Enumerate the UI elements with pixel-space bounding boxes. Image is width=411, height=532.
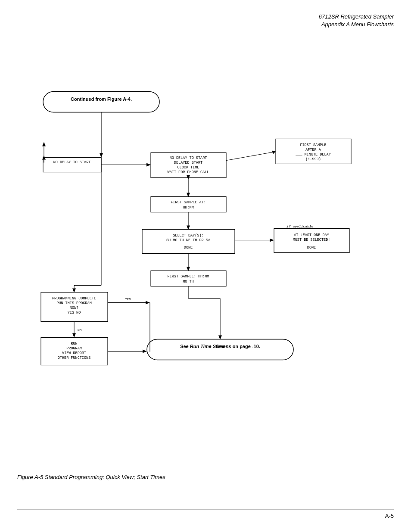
svg-text:OTHER FUNCTIONS: OTHER FUNCTIONS: [58, 356, 91, 360]
svg-text:if applicable: if applicable: [286, 224, 314, 228]
svg-text:RUN THIS PROGRAM: RUN THIS PROGRAM: [56, 301, 92, 305]
svg-text:DONE: DONE: [307, 246, 316, 250]
svg-line-21: [226, 152, 274, 161]
svg-text:Continued from Figure A-4.: Continued from Figure A-4.: [71, 96, 132, 102]
svg-marker-67: [143, 350, 147, 353]
svg-text:CLOCK TIME: CLOCK TIME: [177, 165, 199, 170]
page-number: A-5: [385, 513, 394, 519]
header-line2: Appendix A Menu Flowcharts: [319, 21, 394, 28]
svg-text:SU MO TU WE TH FR SA: SU MO TU WE TH FR SA: [166, 238, 211, 243]
svg-text:FIRST SAMPLE AT:: FIRST SAMPLE AT:: [171, 200, 206, 205]
svg-text:NO DELAY TO START: NO DELAY TO START: [53, 160, 91, 165]
svg-text:PROGRAMMING COMPLETE: PROGRAMMING COMPLETE: [52, 296, 96, 301]
svg-text:DELAYED START: DELAYED START: [174, 161, 202, 165]
svg-text:___ MINUTE DELAY: ___ MINUTE DELAY: [295, 152, 331, 157]
svg-marker-77: [42, 142, 46, 146]
page-footer: A-5: [17, 510, 394, 519]
svg-text:FIRST SAMPLE: FIRST SAMPLE: [300, 143, 326, 147]
svg-text:SELECT DAY(S):: SELECT DAY(S):: [173, 233, 203, 238]
svg-text:NO DELAY TO START: NO DELAY TO START: [170, 156, 207, 160]
svg-text:MO  TH: MO TH: [183, 280, 194, 284]
svg-marker-7: [146, 163, 151, 167]
svg-rect-23: [151, 197, 226, 212]
header-line1: 6712SR Refrigerated Sampler: [319, 13, 394, 21]
svg-text:PROGRAM: PROGRAM: [66, 346, 82, 351]
svg-text:YES  NO: YES NO: [68, 311, 81, 315]
svg-text:AT LEAST ONE DAY: AT LEAST ONE DAY: [294, 233, 329, 237]
flowchart-area: Continued from Figure A-4. NO DELAY TO S…: [17, 47, 394, 463]
svg-marker-56: [146, 301, 150, 305]
figure-caption: Figure A-5 Standard Programming: Quick V…: [17, 474, 165, 480]
svg-text:MUST BE SELECTED!: MUST BE SELECTED!: [293, 238, 330, 242]
svg-text:VIEW REPORT: VIEW REPORT: [62, 351, 86, 355]
page-header: 6712SR Refrigerated Sampler Appendix A M…: [319, 13, 394, 28]
svg-text:HH:MM: HH:MM: [183, 205, 194, 210]
svg-text:WAIT FOR PHONE CALL: WAIT FOR PHONE CALL: [168, 170, 209, 174]
svg-rect-41: [151, 271, 226, 286]
header-divider: [17, 39, 394, 39]
svg-marker-3: [100, 153, 103, 158]
svg-text:NOW?: NOW?: [70, 306, 78, 310]
svg-rect-0: [43, 92, 159, 112]
svg-text:RUN: RUN: [71, 342, 77, 346]
svg-text:(1-999): (1-999): [305, 157, 321, 162]
svg-text:YES: YES: [125, 297, 131, 301]
svg-marker-36: [270, 239, 274, 242]
svg-text:NO: NO: [78, 328, 82, 332]
svg-marker-59: [72, 333, 76, 338]
svg-text:DONE: DONE: [184, 246, 193, 250]
svg-rect-68: [147, 339, 293, 360]
svg-text:See 
      Run Time Screens
  : See Run Time Screens on page -10.: [180, 344, 260, 349]
svg-text:FIRST SAMPLE: HH:MM: FIRST SAMPLE: HH:MM: [168, 274, 209, 279]
svg-text:AFTER A: AFTER A: [305, 148, 321, 152]
